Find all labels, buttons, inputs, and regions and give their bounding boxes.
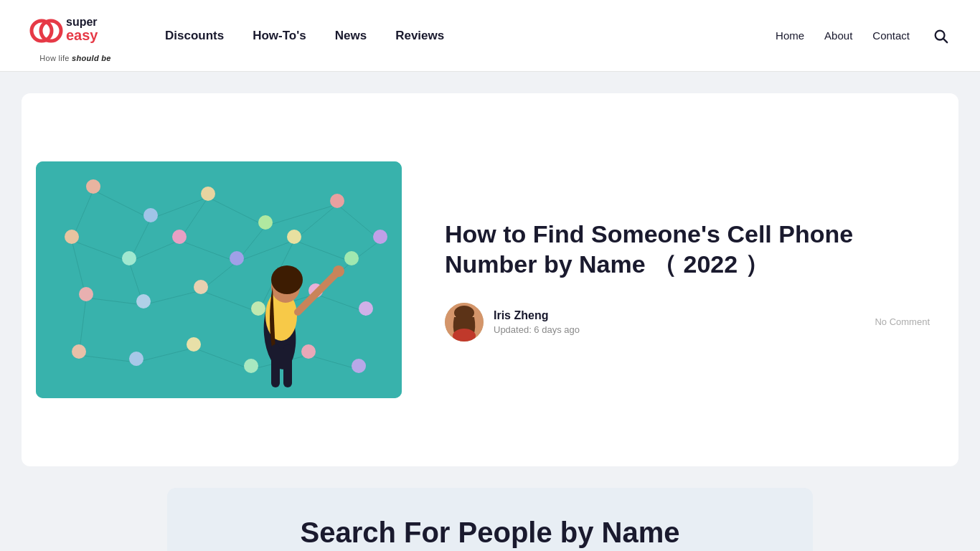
article-title: How to Find Someone's Cell Phone Number … [445,219,930,280]
nav-reviews[interactable]: Reviews [395,25,444,47]
svg-point-44 [373,230,387,244]
nav-contact[interactable]: Contact [872,29,910,42]
svg-point-56 [359,301,373,316]
svg-point-46 [122,251,136,265]
svg-point-49 [287,230,301,244]
nav-news[interactable]: News [335,25,367,47]
main-nav: Discounts How-To's News Reviews [165,25,776,47]
logo-tagline: How life should be [39,54,111,62]
no-comment-label: No Comment [875,316,930,327]
svg-text:easy: easy [66,27,98,43]
search-widget: Search For People by Name Look up contac… [167,488,813,551]
svg-rect-70 [283,344,292,387]
site-logo: super easy [29,9,122,52]
svg-point-61 [301,344,316,359]
svg-point-62 [352,359,366,373]
right-nav: Home About Contact [776,25,951,47]
svg-point-39 [86,179,100,194]
search-widget-title: Search For People by Name [189,517,791,549]
article-card: How to Find Someone's Cell Phone Number … [22,93,958,466]
svg-point-41 [201,187,215,201]
search-toggle-button[interactable] [930,25,951,47]
svg-point-43 [330,194,344,208]
svg-point-66 [271,265,303,294]
svg-point-40 [143,208,158,222]
svg-line-5 [943,39,947,42]
svg-point-50 [344,251,359,265]
author-avatar [445,303,484,342]
svg-point-60 [244,359,258,373]
svg-point-58 [129,352,143,366]
svg-text:super: super [66,16,98,28]
author-info: Iris Zheng Updated: 6 days ago [494,309,864,335]
svg-rect-6 [36,161,402,398]
author-name: Iris Zheng [494,309,864,322]
svg-rect-69 [271,344,280,387]
author-updated: Updated: 6 days ago [494,324,864,335]
svg-point-57 [72,344,86,359]
svg-point-48 [230,251,244,265]
svg-point-42 [258,215,273,230]
svg-point-53 [194,280,208,294]
author-row: Iris Zheng Updated: 6 days ago No Commen… [445,303,930,342]
main-content: How to Find Someone's Cell Phone Number … [0,72,980,551]
svg-point-54 [251,301,265,316]
article-hero-image [36,161,402,398]
svg-point-52 [136,294,151,309]
article-content: How to Find Someone's Cell Phone Number … [445,219,930,342]
svg-point-51 [79,287,93,301]
svg-point-47 [172,230,187,244]
site-header: super easy How life should be Discounts … [0,0,980,72]
nav-home[interactable]: Home [776,29,804,42]
nav-discounts[interactable]: Discounts [165,25,224,47]
nav-about[interactable]: About [824,29,852,42]
nav-howtos[interactable]: How-To's [253,25,306,47]
svg-point-68 [333,265,344,277]
search-icon [933,28,948,44]
svg-point-59 [187,337,201,352]
logo-link[interactable]: super easy How life should be [29,9,122,62]
svg-point-45 [65,230,79,244]
